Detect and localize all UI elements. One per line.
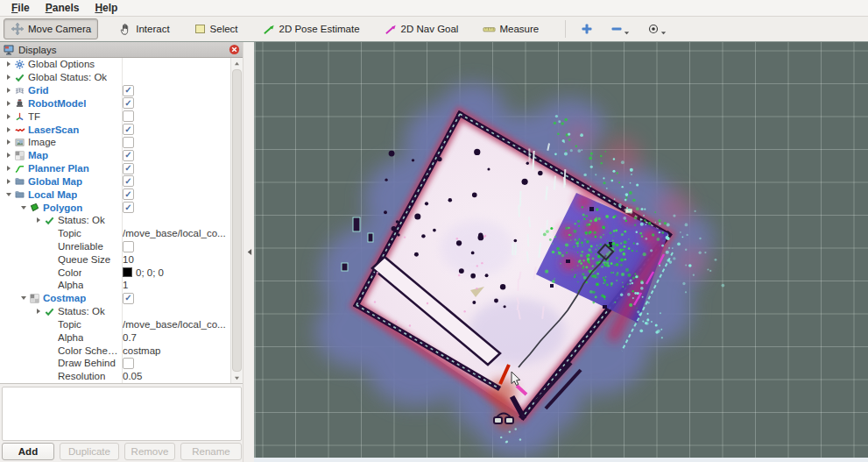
rename-button: Rename [180, 443, 242, 460]
row-value: /move_base/local_co... [123, 319, 226, 330]
caret-down-icon [624, 30, 630, 36]
checkbox-unchecked[interactable] [123, 137, 134, 148]
expander-right-icon[interactable] [4, 127, 13, 132]
expander-right-icon[interactable] [4, 88, 13, 93]
row-label: Status: Ok [58, 306, 105, 316]
menu-panels[interactable]: Panels [38, 2, 88, 14]
expander-right-icon[interactable] [4, 153, 13, 158]
expander-right-icon[interactable] [4, 179, 13, 184]
tool-label: 2D Nav Goal [401, 24, 459, 34]
row-label: Costmap [43, 293, 86, 303]
displays-icon [4, 45, 14, 55]
row-label: Alpha [58, 280, 83, 290]
tree-scrollbar[interactable] [230, 58, 243, 383]
row-label: Alpha [58, 332, 83, 343]
tool-interact[interactable]: Interact [112, 19, 176, 39]
axes-icon [13, 111, 26, 121]
row-label: Queue Size [58, 254, 110, 265]
check-icon [43, 216, 56, 225]
scroll-down-arrow-icon[interactable] [231, 373, 243, 383]
close-panel-button[interactable] [229, 44, 240, 55]
tool-2d-nav-goal[interactable]: 2D Nav Goal [378, 19, 466, 39]
tool-label: Select [210, 24, 238, 34]
row-label: RobotModel [28, 98, 86, 109]
column-separator [122, 58, 123, 383]
menu-file[interactable]: File [4, 2, 38, 14]
hand-icon [119, 23, 132, 36]
description-panel [2, 387, 242, 441]
menu-bar: FilePanelsHelp [0, 0, 868, 17]
row-label: Global Options [28, 59, 95, 69]
row-label: Global Status: Ok [28, 72, 107, 82]
checkbox-checked[interactable]: ✓ [123, 163, 134, 174]
displays-tree: Global OptionsGlobal Status: OkGrid✓Robo… [0, 58, 243, 384]
laser-icon [13, 124, 26, 135]
tool-2d-pose-estimate[interactable]: 2D Pose Estimate [256, 19, 367, 39]
add-button[interactable]: Add [2, 443, 54, 460]
tool-move-camera[interactable]: Move Camera [4, 18, 98, 39]
checkbox-checked[interactable]: ✓ [123, 202, 134, 213]
image-icon [13, 138, 26, 147]
tool-measure[interactable]: Measure [476, 19, 546, 39]
expander-right-icon[interactable] [4, 139, 13, 145]
checkbox-checked[interactable]: ✓ [123, 85, 134, 96]
row-value: 0; 0; 0 [136, 267, 164, 278]
row-label: TF [28, 111, 40, 122]
path-icon [13, 164, 26, 174]
checkbox-unchecked[interactable] [123, 241, 134, 252]
zoom-out-button[interactable] [604, 21, 636, 38]
scroll-up-arrow-icon[interactable] [231, 58, 243, 68]
zoom-in-button[interactable] [575, 21, 599, 37]
displays-panel-titlebar: Displays [0, 42, 243, 58]
row-label: LaserScan [28, 124, 79, 135]
expander-right-icon[interactable] [4, 101, 13, 106]
checkbox-unchecked[interactable] [123, 358, 134, 369]
minus-icon [610, 23, 623, 35]
expander-right-icon[interactable] [4, 61, 13, 67]
collapse-left-icon[interactable] [246, 248, 252, 256]
checkbox-checked[interactable]: ✓ [123, 124, 134, 135]
expander-down-icon[interactable] [18, 296, 28, 300]
row-label: Resolution [58, 371, 105, 381]
row-label: Topic [58, 228, 81, 238]
panel-buttons: AddDuplicateRemoveRename [2, 443, 241, 460]
menu-help[interactable]: Help [87, 2, 125, 14]
checkbox-checked[interactable]: ✓ [123, 97, 134, 109]
row-value: costmap [123, 345, 160, 356]
displays-panel: Displays Global OptionsGlobal Status: Ok… [0, 42, 243, 462]
tool-select[interactable]: Select [187, 19, 245, 39]
viewport-bottom-strip [254, 458, 868, 462]
toolbar: Move CameraInteractSelect2D Pose Estimat… [0, 17, 868, 42]
panel-splitter[interactable] [243, 42, 255, 462]
row-label: Map [28, 150, 48, 160]
checkbox-checked[interactable]: ✓ [123, 188, 134, 200]
row-label: Local Map [28, 189, 77, 200]
color-swatch [123, 267, 132, 277]
plus-icon [581, 23, 593, 35]
checkbox-checked[interactable]: ✓ [123, 150, 134, 161]
map-icon [13, 151, 26, 160]
scrollbar-thumb[interactable] [232, 69, 242, 372]
expander-right-icon[interactable] [4, 114, 13, 119]
robot-icon [13, 98, 26, 108]
row-value: /move_base/local_co... [123, 228, 226, 238]
row-label: Image [28, 137, 56, 147]
expander-down-icon[interactable] [18, 206, 28, 210]
checkbox-checked[interactable]: ✓ [123, 293, 134, 304]
row-label: Draw Behind [58, 358, 116, 368]
expander-down-icon[interactable] [4, 193, 13, 196]
expander-right-icon[interactable] [33, 217, 43, 223]
checkbox-unchecked[interactable] [123, 110, 134, 122]
expander-right-icon[interactable] [33, 309, 43, 314]
3d-viewport[interactable] [254, 42, 868, 462]
expander-right-icon[interactable] [4, 166, 13, 171]
focus-camera-button[interactable] [641, 21, 673, 38]
folder-icon [13, 189, 26, 199]
checkbox-checked[interactable]: ✓ [123, 175, 134, 187]
expander-right-icon[interactable] [4, 75, 13, 80]
tool-label: 2D Pose Estimate [279, 24, 360, 34]
costmap-icon [28, 294, 41, 303]
toolbar-separator [565, 20, 566, 38]
grid-icon [13, 86, 26, 96]
rviz-window: { "window": { "menu": [ {"label":"File"}… [0, 0, 868, 462]
